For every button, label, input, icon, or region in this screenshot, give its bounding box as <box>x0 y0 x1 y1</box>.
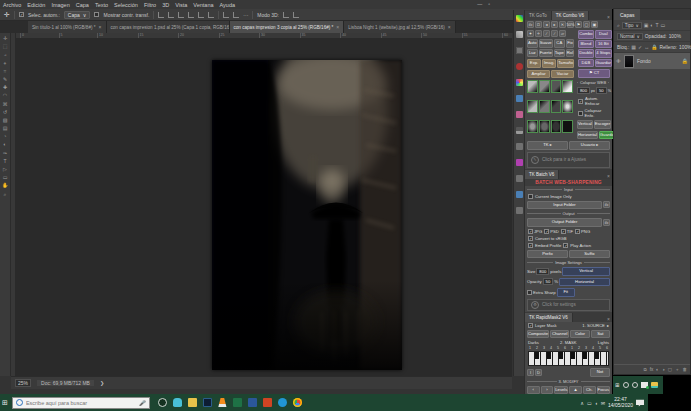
lock-pixels-icon[interactable]: ✓ <box>638 44 642 50</box>
brush-icon[interactable]: ✦ <box>527 30 534 37</box>
format-option[interactable]: PNG <box>575 229 590 234</box>
tab-tk-rapidmask[interactable]: TK RapidMask2 V6 <box>525 313 573 322</box>
align-top-icon[interactable] <box>188 12 194 18</box>
panel-dock-icon[interactable] <box>516 79 523 86</box>
menu-item[interactable]: Imagen <box>51 2 69 8</box>
modify-button[interactable]: › <box>541 386 554 395</box>
brush-icon[interactable]: ∕ <box>551 30 558 37</box>
zone-number[interactable]: 3 <box>585 346 587 350</box>
tool-icon[interactable]: ⌖ <box>4 61 7 66</box>
filter-shape-icon[interactable]: ▭ <box>661 22 666 28</box>
close-icon[interactable]: × <box>607 173 612 179</box>
tk-flag-button[interactable]: ⚑ CT <box>578 69 610 78</box>
distribute-vertical-icon[interactable] <box>223 12 229 18</box>
taskbar-app-icon[interactable] <box>173 398 182 407</box>
panel-dock-icon[interactable] <box>516 127 523 134</box>
taskbar-app-icon[interactable] <box>293 398 302 407</box>
tool-icon[interactable]: ▨ <box>3 118 8 123</box>
tool-icon[interactable]: ⌕ <box>4 192 7 197</box>
modify-button[interactable]: Levels <box>554 386 568 395</box>
panel-dock-icon[interactable] <box>516 95 523 102</box>
mode3d-pan-icon[interactable] <box>293 12 299 18</box>
mask-thumbnail[interactable] <box>527 120 538 133</box>
taskbar-app-icon[interactable] <box>158 398 167 407</box>
tk-action-button[interactable]: Dual <box>595 30 612 39</box>
minimize-icon[interactable]: — <box>477 1 482 8</box>
web-pct-field[interactable]: 50 <box>596 87 607 94</box>
modify-button[interactable]: ‹ <box>527 386 540 395</box>
zone-number[interactable]: 4 <box>550 346 552 350</box>
panel-dock-icon[interactable] <box>516 47 523 54</box>
taskbar-search[interactable]: 🎤 <box>12 397 150 409</box>
tool-icon[interactable]: ✋ <box>2 183 8 188</box>
start-button[interactable]: ⊞ <box>2 399 8 407</box>
filter-type-icon[interactable]: T <box>655 22 658 28</box>
tk-action-button[interactable]: Guardar <box>595 59 612 68</box>
output-folder-button[interactable]: Output Folder <box>527 218 602 227</box>
add-mask-icon[interactable]: ◐ <box>656 367 659 372</box>
tool-icon[interactable]: ✚ <box>3 85 7 90</box>
tool-icon[interactable]: ✑ <box>3 151 7 156</box>
tool-icon[interactable]: ◐ <box>3 142 6 147</box>
zone-number[interactable]: 6 <box>606 346 608 350</box>
tool-icon[interactable]: ⌗ <box>4 69 7 74</box>
brush-icon[interactable]: ▱ <box>559 30 566 37</box>
input-folder-button[interactable]: Input Folder <box>527 201 602 210</box>
restore-icon[interactable]: ▫ <box>488 1 490 8</box>
align-bottom-icon[interactable] <box>208 12 214 18</box>
tk-action-button[interactable]: D&B <box>578 59 594 68</box>
close-icon[interactable]: × <box>336 24 339 30</box>
distribute-horizontal-icon[interactable] <box>233 12 239 18</box>
tk-action-button[interactable]: 4 Stops <box>595 49 612 58</box>
panel-dock-icon[interactable] <box>516 31 523 38</box>
lights-label[interactable]: Lights <box>598 340 609 345</box>
tk-action-button[interactable]: Exp. <box>527 59 541 68</box>
filter-pixel-icon[interactable]: ▣ <box>644 22 649 28</box>
panel-dock-icon[interactable] <box>516 207 523 214</box>
close-icon[interactable]: × <box>607 316 612 322</box>
tk-action-button[interactable]: CA <box>554 39 565 48</box>
invert-button[interactable]: I <box>527 369 534 376</box>
tk-icon-button[interactable]: 🗋 <box>535 21 542 28</box>
tk-action-button[interactable]: Tape <box>554 49 565 58</box>
tk-action-button[interactable]: Suave <box>539 39 553 48</box>
play-action-checkbox[interactable] <box>563 243 568 248</box>
tab-tk-goto[interactable]: TK GoTo <box>525 11 552 20</box>
align-left-icon[interactable] <box>158 12 164 18</box>
move-tool-icon[interactable]: ✛ <box>4 11 10 19</box>
tk-action-button[interactable]: Fuerte <box>539 49 553 58</box>
panel-dock-icon[interactable] <box>516 63 523 70</box>
zoom-level-field[interactable]: 25% <box>15 379 31 387</box>
zone-number[interactable]: 6 <box>564 346 566 350</box>
auto-select-dropdown[interactable]: Capa∨ <box>64 11 91 19</box>
source-button[interactable]: Color <box>570 330 589 339</box>
panel-dock-icon[interactable] <box>516 191 523 198</box>
search-input[interactable] <box>26 400 126 406</box>
close-icon[interactable]: × <box>607 14 612 20</box>
action-center-icon[interactable] <box>636 399 644 407</box>
fit-button[interactable]: Fit <box>557 288 575 297</box>
format-checkbox[interactable] <box>575 229 580 234</box>
tab-layers[interactable]: Capas <box>614 9 640 20</box>
modify-button[interactable]: ▲ <box>569 386 582 395</box>
suffix-dropdown[interactable]: Suffix <box>569 250 610 259</box>
convert-srgb-checkbox[interactable] <box>528 236 533 241</box>
menu-item[interactable]: Selección <box>114 2 138 8</box>
align-center-icon[interactable] <box>168 12 174 18</box>
format-option[interactable]: TIF <box>561 229 573 234</box>
mask-thumbnail[interactable] <box>539 100 550 113</box>
lock-all-icon[interactable]: 🔒 <box>651 44 657 50</box>
menu-item[interactable]: Ventana <box>193 2 213 8</box>
size-field[interactable]: 800 <box>536 268 549 275</box>
folder-icon[interactable] <box>651 382 658 388</box>
microphone-icon[interactable]: 🎤 <box>139 400 146 406</box>
tk-action-button[interactable]: Blend <box>578 40 594 49</box>
document-tab[interactable]: Lisboa Night 1 (website).jpg al 12,5% (R… <box>344 21 455 33</box>
new-layer-icon[interactable]: ＋ <box>675 367 680 372</box>
web-vertical-button[interactable]: Vertical <box>577 120 593 129</box>
web-check2[interactable] <box>578 111 583 116</box>
tk-menu-button[interactable]: TK ▸ <box>527 141 568 150</box>
tool-icon[interactable]: ⟓ <box>4 52 6 57</box>
tk-action-button[interactable]: Ampliar <box>527 70 550 79</box>
auto-select-checkbox[interactable] <box>19 12 24 17</box>
